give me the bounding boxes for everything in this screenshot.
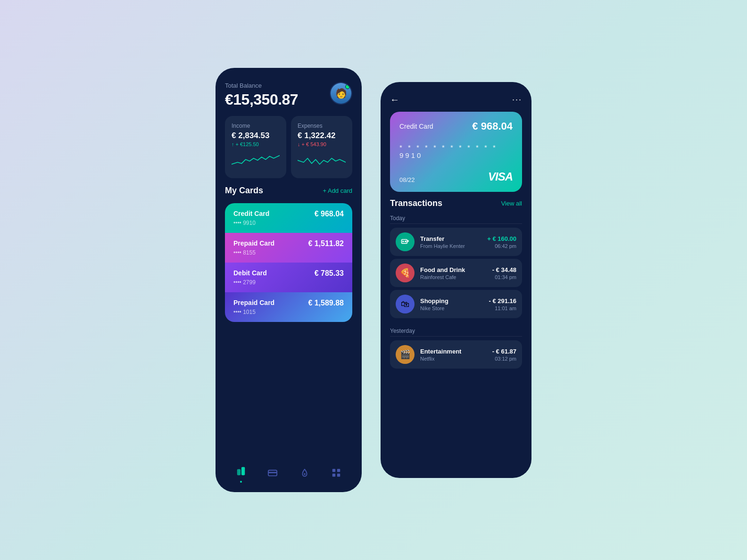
transaction-shopping[interactable]: 🛍 Shopping Nike Store - € 291.16 11:01 a… — [390, 290, 522, 318]
card-item-credit[interactable]: Credit Card € 968.04 •••• 9910 — [225, 203, 352, 233]
svg-rect-6 — [337, 469, 340, 472]
big-credit-card[interactable]: Credit Card € 968.04 * * * * * * * * * *… — [390, 112, 522, 192]
card-prepaid2-row: Prepaid Card € 1,589.88 — [233, 299, 344, 307]
stats-row: Income € 2,834.53 ↑ + €125.50 Expenses €… — [225, 116, 352, 178]
entertainment-name: Entertainment — [420, 348, 487, 355]
shopping-amount: - € 291.16 — [489, 297, 516, 305]
transfer-icon — [396, 232, 415, 251]
entertainment-info: Entertainment Netflix — [420, 348, 487, 362]
income-change-value: + €125.50 — [236, 141, 259, 147]
svg-rect-3 — [268, 472, 277, 473]
expenses-card[interactable]: Expenses € 1,322.42 ↓ + € 543.90 — [291, 116, 352, 178]
food-info: Food and Drink Rainforest Cafe — [420, 266, 487, 280]
income-amount: € 2,834.53 — [232, 131, 280, 140]
more-button[interactable]: ··· — [512, 95, 522, 105]
left-phone: Total Balance €15,350.87 🧑 Income € 2,83… — [216, 68, 362, 492]
svg-rect-1 — [241, 467, 245, 475]
card-item-prepaid2[interactable]: Prepaid Card € 1,589.88 •••• 1015 — [225, 292, 352, 322]
card-prepaid2-name: Prepaid Card — [233, 299, 274, 306]
avatar[interactable]: 🧑 — [330, 82, 352, 105]
big-card-number: * * * * * * * * * * * * 9910 — [399, 143, 513, 159]
left-header: Total Balance €15,350.87 🧑 — [225, 82, 352, 108]
card-debit-amount: € 785.33 — [315, 269, 344, 278]
shopping-info: Shopping Nike Store — [420, 297, 483, 311]
svg-rect-11 — [405, 241, 406, 242]
card-item-debit[interactable]: Debit Card € 785.33 •••• 2799 — [225, 263, 352, 292]
avatar-image: 🧑 — [331, 83, 351, 104]
card-debit-row: Debit Card € 785.33 — [233, 269, 344, 278]
card-prepaid1-number: •••• 8155 — [233, 249, 344, 256]
card-credit-amount: € 968.04 — [315, 210, 344, 218]
yesterday-section: Yesterday 🎬 Entertainment Netflix - € 61… — [390, 328, 522, 371]
income-label: Income — [232, 123, 280, 129]
big-card-top: Credit Card € 968.04 — [399, 120, 513, 132]
svg-rect-8 — [337, 474, 340, 477]
transfer-name: Transfer — [420, 235, 481, 242]
svg-point-4 — [304, 473, 306, 475]
shopping-sub: Nike Store — [420, 305, 483, 311]
entertainment-amount: - € 61.87 — [492, 348, 516, 355]
income-sparkline — [232, 151, 280, 172]
right-phone: ← ··· Credit Card € 968.04 * * * * * * *… — [381, 82, 531, 478]
entertainment-icon: 🎬 — [396, 345, 415, 364]
transfer-amount: + € 160.00 — [487, 235, 516, 242]
today-divider — [390, 223, 522, 224]
big-card-amount: € 968.04 — [472, 120, 513, 132]
transfer-time: 06:42 pm — [487, 243, 516, 249]
transactions-header: Transactions View all — [390, 198, 522, 208]
my-cards-header: My Cards + Add card — [225, 186, 352, 196]
food-sub: Rainforest Cafe — [420, 274, 487, 280]
card-item-prepaid1[interactable]: Prepaid Card € 1,511.82 •••• 8155 — [225, 233, 352, 263]
down-arrow-icon: ↓ — [298, 141, 300, 147]
nav-item-menu[interactable] — [331, 468, 341, 481]
back-button[interactable]: ← — [390, 94, 399, 105]
food-name: Food and Drink — [420, 266, 487, 273]
card-debit-name: Debit Card — [233, 269, 267, 277]
card-prepaid1-name: Prepaid Card — [233, 239, 274, 247]
balance-section: Total Balance €15,350.87 — [225, 82, 298, 108]
add-card-button[interactable]: + Add card — [323, 187, 352, 194]
today-label: Today — [390, 215, 522, 222]
nav-active-dot — [240, 481, 242, 483]
card-debit-number: •••• 2799 — [233, 279, 344, 286]
nav-item-home[interactable] — [236, 466, 246, 483]
entertainment-sub: Netflix — [420, 356, 487, 362]
yesterday-divider — [390, 336, 522, 337]
shopping-right: - € 291.16 11:01 am — [489, 297, 516, 311]
shopping-name: Shopping — [420, 297, 483, 305]
home-icon — [236, 466, 246, 479]
my-cards-title: My Cards — [225, 186, 263, 196]
entertainment-right: - € 61.87 03:12 pm — [492, 348, 516, 362]
up-arrow-icon: ↑ — [232, 141, 234, 147]
yesterday-label: Yesterday — [390, 328, 522, 334]
expenses-sparkline — [298, 151, 346, 172]
transfer-right: + € 160.00 06:42 pm — [487, 235, 516, 249]
svg-rect-7 — [332, 474, 335, 477]
total-balance-label: Total Balance — [225, 82, 298, 89]
svg-rect-0 — [237, 469, 241, 475]
card-prepaid1-amount: € 1,511.82 — [308, 239, 344, 248]
expenses-label: Expenses — [298, 123, 346, 129]
food-icon: 🍕 — [396, 264, 415, 282]
transaction-food[interactable]: 🍕 Food and Drink Rainforest Cafe - € 34.… — [390, 259, 522, 287]
income-card[interactable]: Income € 2,834.53 ↑ + €125.50 — [225, 116, 286, 178]
visa-logo: VISA — [488, 170, 513, 183]
bottom-nav — [225, 461, 352, 483]
transfer-sub: From Haylie Kenter — [420, 243, 481, 249]
expenses-change-value: + € 543.90 — [302, 141, 326, 147]
total-balance-amount: €15,350.87 — [225, 91, 298, 108]
card-prepaid1-row: Prepaid Card € 1,511.82 — [233, 239, 344, 248]
card-credit-name: Credit Card — [233, 210, 269, 217]
nav-item-cards[interactable] — [267, 468, 278, 481]
transaction-entertainment[interactable]: 🎬 Entertainment Netflix - € 61.87 03:12 … — [390, 340, 522, 369]
nav-item-stats[interactable] — [299, 468, 310, 481]
view-all-button[interactable]: View all — [501, 200, 522, 207]
big-card-expiry: 08/22 — [399, 176, 415, 183]
big-card-label: Credit Card — [399, 123, 433, 130]
transaction-transfer[interactable]: Transfer From Haylie Kenter + € 160.00 0… — [390, 228, 522, 256]
card-prepaid2-amount: € 1,589.88 — [308, 299, 344, 307]
transfer-info: Transfer From Haylie Kenter — [420, 235, 481, 249]
expenses-amount: € 1,322.42 — [298, 131, 346, 140]
income-change: ↑ + €125.50 — [232, 141, 280, 147]
card-credit-number: •••• 9910 — [233, 220, 344, 226]
